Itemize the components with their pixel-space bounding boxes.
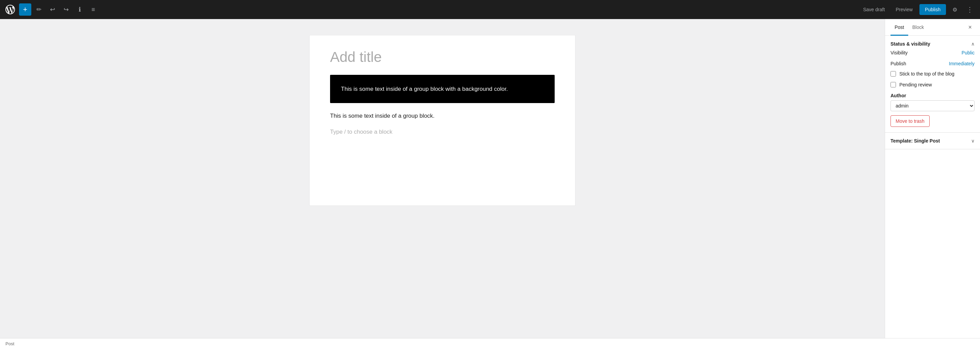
status-visibility-section: Status & visibility ∧ Visibility Public … — [885, 36, 980, 133]
tools-button[interactable]: ✏ — [33, 3, 45, 16]
preview-button[interactable]: Preview — [891, 5, 917, 14]
move-to-trash-button[interactable]: Move to trash — [891, 115, 930, 127]
sidebar-tabs: Post Block × — [885, 19, 980, 36]
template-label: Template: Single Post — [891, 138, 940, 144]
add-block-button[interactable]: + — [19, 3, 31, 16]
stick-to-top-checkbox[interactable] — [891, 71, 896, 76]
author-section: Author admin — [891, 93, 975, 111]
publish-label: Publish — [891, 61, 906, 66]
editor-content[interactable]: Add title This is some text inside of a … — [310, 35, 575, 205]
toolbar-right: Save draft Preview Publish ⚙ ⋮ — [859, 3, 976, 16]
main-layout: Add title This is some text inside of a … — [0, 19, 980, 338]
visibility-value[interactable]: Public — [962, 50, 975, 56]
sidebar: Post Block × Status & visibility ∧ Visib… — [885, 19, 980, 338]
undo-button[interactable]: ↩ — [46, 3, 59, 16]
editor-area[interactable]: Add title This is some text inside of a … — [0, 19, 885, 338]
more-options-button[interactable]: ⋮ — [964, 3, 976, 16]
info-button[interactable]: ℹ — [73, 3, 86, 16]
chevron-up-icon: ∧ — [971, 41, 975, 47]
group-block-light[interactable]: This is some text inside of a group bloc… — [330, 111, 555, 121]
publish-button[interactable]: Publish — [920, 4, 946, 15]
group-block-light-text: This is some text inside of a group bloc… — [330, 111, 555, 121]
visibility-row: Visibility Public — [891, 47, 975, 57]
author-select[interactable]: admin — [891, 100, 975, 111]
sidebar-close-button[interactable]: × — [966, 19, 975, 35]
tab-post[interactable]: Post — [891, 19, 908, 36]
publish-value[interactable]: Immediately — [949, 61, 975, 66]
publish-row: Publish Immediately — [891, 57, 975, 68]
pending-review-label: Pending review — [899, 82, 932, 87]
post-title-placeholder[interactable]: Add title — [330, 49, 555, 65]
stick-to-top-row: Stick to the top of the blog — [891, 68, 975, 79]
status-bar-label: Post — [5, 341, 14, 346]
list-view-button[interactable]: ≡ — [87, 3, 99, 16]
settings-button[interactable]: ⚙ — [949, 3, 961, 16]
status-visibility-title: Status & visibility — [891, 41, 930, 47]
template-row[interactable]: Template: Single Post ∨ — [885, 133, 980, 149]
tab-block[interactable]: Block — [908, 19, 928, 36]
wp-logo — [4, 3, 16, 16]
author-label: Author — [891, 93, 975, 98]
toolbar: + ✏ ↩ ↪ ℹ ≡ Save draft Preview Publish ⚙… — [0, 0, 980, 19]
save-draft-button[interactable]: Save draft — [859, 5, 889, 14]
status-bar: Post — [0, 338, 980, 349]
chevron-down-icon: ∨ — [971, 138, 975, 144]
pending-review-row: Pending review — [891, 79, 975, 90]
group-block-dark[interactable]: This is some text inside of a group bloc… — [330, 75, 555, 103]
toolbar-left: + ✏ ↩ ↪ ℹ ≡ — [4, 3, 99, 16]
block-placeholder[interactable]: Type / to choose a block — [330, 128, 555, 135]
template-section: Template: Single Post ∨ — [885, 133, 980, 149]
redo-button[interactable]: ↪ — [60, 3, 72, 16]
stick-to-top-label: Stick to the top of the blog — [899, 71, 955, 76]
group-block-dark-text: This is some text inside of a group bloc… — [341, 84, 544, 94]
visibility-label: Visibility — [891, 50, 907, 56]
status-visibility-header[interactable]: Status & visibility ∧ — [891, 41, 975, 47]
pending-review-checkbox[interactable] — [891, 82, 896, 87]
